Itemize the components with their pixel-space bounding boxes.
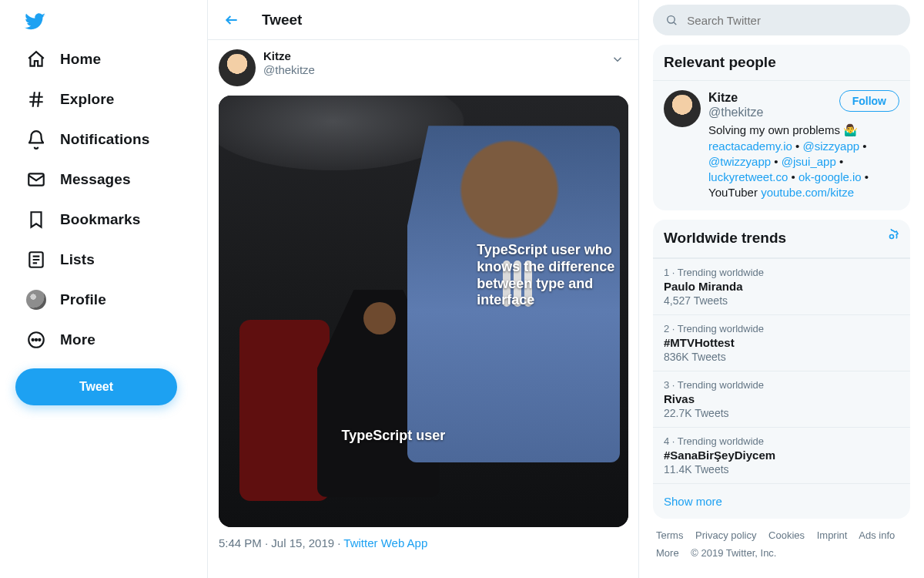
footer-link[interactable]: Privacy policy [695,529,756,541]
person-avatar[interactable] [664,90,701,127]
svg-point-6 [668,16,675,24]
bio-link[interactable]: ok-google.io [798,170,862,183]
sidebar-item-label: Bookmarks [60,211,140,228]
tweet-image[interactable]: TypeScript user who knows the difference… [219,96,628,527]
bell-icon [26,129,46,150]
sidebar-item-label: Explore [60,91,114,108]
image-caption-expert: TypeScript user who knows the difference… [477,242,620,308]
bio-link[interactable]: @sizzyapp [803,139,860,153]
trend-item[interactable]: 1 · Trending worldwidePaulo Miranda4,527… [653,258,910,314]
trends-settings-button[interactable] [884,229,899,248]
person-name[interactable]: Kitze [708,90,763,105]
sidebar-item-profile[interactable]: Profile [15,282,207,318]
sidebar-item-explore[interactable]: Explore [15,82,207,117]
sidebar-item-label: Notifications [60,131,149,148]
trend-count: 22.7K Tweets [664,407,899,419]
trend-count: 4,527 Tweets [664,294,899,307]
home-icon [26,49,46,69]
mail-icon [26,170,46,190]
tweet-meta: 5:44 PM · Jul 15, 2019 · Twitter Web App [219,536,628,549]
author-handle[interactable]: @thekitze [263,63,315,77]
author-name[interactable]: Kitze [263,49,315,63]
svg-point-5 [38,339,40,341]
footer-link[interactable]: Ads info [859,529,895,541]
footer-link[interactable]: Imprint [817,529,848,541]
bio-link[interactable]: @jsui_app [782,155,836,168]
trend-item[interactable]: 4 · Trending worldwide#SanaBirŞeyDiycem1… [653,427,910,483]
sidebar-item-label: Home [60,51,101,68]
twitter-logo-icon[interactable] [15,5,55,39]
trend-count: 836K Tweets [664,351,899,363]
sidebar-item-bookmarks[interactable]: Bookmarks [15,202,207,237]
image-caption-novice: TypeScript user [342,428,446,445]
bio-link[interactable]: @twizzyapp [708,155,771,168]
bio-link[interactable]: luckyretweet.co [708,170,788,183]
footer-link[interactable]: More [656,547,679,559]
hash-icon [26,89,46,109]
person-handle[interactable]: @thekitze [708,105,763,119]
trends-heading: Worldwide trends [664,230,786,247]
trend-sub: 1 · Trending worldwide [664,267,899,278]
tweet-source[interactable]: Twitter Web App [343,536,427,549]
footer-link[interactable]: Terms [656,529,683,541]
main-column: Tweet Kitze @thekitze TypeScript user wh… [208,0,639,578]
search-icon [665,13,678,27]
trends-card: Worldwide trends 1 · Trending worldwideP… [653,220,910,519]
follow-button[interactable]: Follow [839,90,899,112]
trend-sub: 2 · Trending worldwide [664,323,899,334]
footer-link[interactable]: Cookies [768,529,805,541]
avatar-icon [26,290,46,310]
sidebar-item-label: Messages [60,171,131,188]
trend-item[interactable]: 2 · Trending worldwide#MTVHottest836K Tw… [653,314,910,371]
trend-title: #MTVHottest [664,336,899,349]
trend-title: Rivas [664,392,899,405]
relevant-person: Kitze @thekitze Follow Solving my own pr… [653,81,910,210]
tweet-caret-button[interactable] [608,49,628,72]
compose-tweet-button[interactable]: Tweet [15,368,177,405]
sidebar-item-label: More [60,331,95,348]
tweet-timestamp[interactable]: 5:44 PM · Jul 15, 2019 [219,536,334,549]
right-column: Relevant people Kitze @thekitze Follow S… [639,0,924,578]
footer-copyright: © 2019 Twitter, Inc. [691,547,776,559]
sidebar: Home Explore Notifications Messages Book… [0,0,208,578]
back-button[interactable] [219,7,245,33]
sidebar-item-lists[interactable]: Lists [15,242,207,277]
sidebar-item-home[interactable]: Home [15,42,207,77]
trend-sub: 3 · Trending worldwide [664,379,899,391]
sidebar-item-label: Profile [60,291,106,308]
page-title: Tweet [262,12,302,29]
bookmark-icon [26,210,46,230]
sidebar-item-more[interactable]: More [15,322,207,358]
sidebar-item-label: Lists [60,251,95,268]
trend-count: 11.4K Tweets [664,463,899,476]
svg-point-7 [890,234,894,238]
trend-title: #SanaBirŞeyDiycem [664,449,899,462]
author-avatar[interactable] [219,49,256,86]
sidebar-item-notifications[interactable]: Notifications [15,122,207,157]
bio-link[interactable]: youtube.com/kitze [761,186,854,199]
column-header: Tweet [208,0,638,40]
search-input[interactable] [687,14,898,27]
tweet: Kitze @thekitze TypeScript user who know… [208,40,638,560]
svg-point-3 [32,339,34,341]
trend-sub: 4 · Trending worldwide [664,435,899,447]
search-box[interactable] [653,5,910,35]
sidebar-item-messages[interactable]: Messages [15,162,207,197]
trend-title: Paulo Miranda [664,280,899,293]
list-icon [26,250,46,270]
trends-show-more[interactable]: Show more [653,483,910,519]
person-bio: Solving my own problems 🤷‍♂️ reactacadem… [708,123,899,200]
trend-item[interactable]: 3 · Trending worldwideRivas22.7K Tweets [653,371,910,427]
more-icon [26,330,46,350]
relevant-people-card: Relevant people Kitze @thekitze Follow S… [653,45,910,210]
svg-point-4 [35,339,37,341]
relevant-heading: Relevant people [653,45,910,81]
footer: Terms Privacy policy Cookies Imprint Ads… [653,519,910,570]
bio-link[interactable]: reactacademy.io [708,139,792,153]
